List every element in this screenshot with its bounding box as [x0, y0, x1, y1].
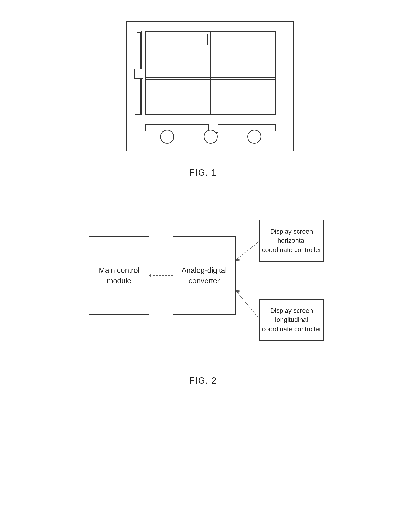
- svg-line-2: [237, 241, 260, 259]
- box-main-control: Main control module: [89, 236, 149, 315]
- screen-vertical-line: [210, 32, 211, 114]
- box-v-ctrl: Display screen longitudinal coordinate c…: [259, 299, 324, 341]
- fig2-diagram: Main control module Analog-digital conve…: [75, 201, 331, 364]
- circle-center: [204, 130, 218, 144]
- fig1-diagram: Longitudinal coordinate controller Horiz…: [98, 14, 308, 158]
- h-ctrl-label: Display screen horizontal coordinate con…: [262, 227, 321, 254]
- screen-area: [145, 31, 276, 115]
- fig1-section: Longitudinal coordinate controller Horiz…: [23, 14, 383, 178]
- adc-label: Analog-digital converter: [174, 265, 235, 286]
- page-container: Longitudinal coordinate controller Horiz…: [0, 0, 406, 400]
- box-h-ctrl: Display screen horizontal coordinate con…: [259, 220, 324, 262]
- fig1-label: FIG. 1: [189, 168, 217, 178]
- v-slider-track: [135, 31, 142, 115]
- screen-horizontal-line-2: [146, 79, 275, 80]
- svg-line-4: [237, 292, 260, 320]
- circles-row: [145, 130, 276, 144]
- circle-left: [160, 130, 174, 144]
- fig2-section: Main control module Analog-digital conve…: [23, 201, 383, 386]
- box-adc: Analog-digital converter: [173, 236, 236, 315]
- fig2-label: FIG. 2: [189, 376, 217, 386]
- circle-right: [247, 130, 261, 144]
- device-outer-box: [126, 21, 294, 151]
- v-slider-handle: [134, 69, 143, 79]
- v-ctrl-label: Display screen longitudinal coordinate c…: [262, 306, 321, 333]
- screen-horizontal-line-1: [146, 77, 275, 78]
- main-control-label: Main control module: [89, 265, 149, 286]
